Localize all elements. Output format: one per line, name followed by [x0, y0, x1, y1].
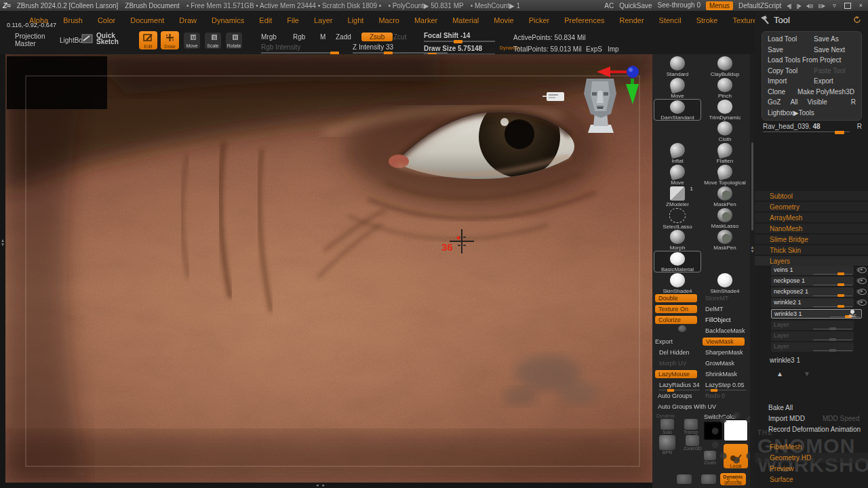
- brush-morph[interactable]: Morph: [654, 229, 701, 251]
- imp-button[interactable]: Imp: [608, 45, 619, 53]
- focal-shift-slider[interactable]: Focal Shift -14: [424, 32, 495, 39]
- close-button[interactable]: ×: [856, 2, 865, 9]
- save-as-button[interactable]: Save As: [814, 35, 839, 43]
- export-tool-button[interactable]: Export: [814, 77, 833, 85]
- import-mdd-button[interactable]: Import MDD: [768, 415, 805, 422]
- menu-marker[interactable]: Marker: [407, 16, 445, 24]
- material-basicmaterial-selected[interactable]: BasicMaterial: [654, 251, 701, 272]
- sharpen-mask-button[interactable]: SharpenMask: [705, 349, 743, 356]
- section-thick-skin[interactable]: Thick Skin: [755, 245, 868, 256]
- mrgb-button[interactable]: Mrgb: [261, 33, 277, 41]
- menu-macro[interactable]: Macro: [371, 16, 407, 24]
- brush-cloth[interactable]: Cloth: [701, 121, 749, 142]
- dynamic-perspective-button[interactable]: Dynamic: [720, 473, 746, 485]
- zsub-button[interactable]: Zsub: [361, 33, 393, 41]
- load-tools-from-project-button[interactable]: Load Tools From Project: [768, 56, 841, 64]
- menu-document[interactable]: Document: [123, 16, 172, 24]
- brush-move[interactable]: Move: [654, 77, 701, 99]
- bottom-tray-divider[interactable]: [0, 483, 755, 488]
- lazy-radius-slider[interactable]: LazyRadius 34: [659, 382, 700, 388]
- tool-name-slider[interactable]: Rav_head_039. 48 R: [763, 123, 862, 134]
- save-button[interactable]: Save: [768, 46, 814, 54]
- brush-claybuildup[interactable]: ClayBuildup: [701, 56, 749, 77]
- layer-row-empty-3[interactable]: Layer: [771, 342, 854, 352]
- section-geometry[interactable]: Geometry: [755, 202, 868, 212]
- ac-button[interactable]: AC: [604, 2, 614, 9]
- section-layers[interactable]: Layers: [755, 256, 868, 266]
- rgb-button[interactable]: Rgb: [293, 33, 305, 41]
- layer-row-wrinkle3-selected[interactable]: wrinkle3 1: [771, 309, 862, 319]
- section-nanomesh[interactable]: NanoMesh: [755, 224, 868, 234]
- history-back-icon[interactable]: ◂|||: [787, 3, 791, 9]
- uv-icon[interactable]: [678, 325, 686, 332]
- goz-r-button[interactable]: R: [851, 98, 856, 106]
- menu-brush[interactable]: Brush: [56, 16, 90, 24]
- history-forward-icon[interactable]: |||▸: [797, 3, 801, 9]
- zoom-button[interactable]: Zoom: [704, 451, 716, 465]
- mdd-speed-slider[interactable]: MDD Speed: [823, 415, 859, 422]
- auto-groups-uv-button[interactable]: Auto Groups With UV: [658, 403, 716, 410]
- zoom-doc-icon[interactable]: [677, 474, 692, 484]
- m-button[interactable]: M: [320, 33, 326, 41]
- del-mt-button[interactable]: DelMT: [705, 306, 724, 312]
- quick-sketch-button[interactable]: Quick Sketch: [81, 33, 122, 45]
- redo-button[interactable]: Redo 0: [705, 392, 725, 399]
- record-deformation-button[interactable]: Record Deformation Animation: [768, 426, 861, 433]
- texture-on-button[interactable]: Texture On: [655, 305, 697, 313]
- menu-stroke[interactable]: Stroke: [689, 16, 726, 24]
- tool-panel-header[interactable]: Tool: [755, 11, 868, 28]
- menu-movie[interactable]: Movie: [486, 16, 521, 24]
- draw-size-slider[interactable]: Draw Size 5.75148: [424, 45, 495, 52]
- layer-row-neckpose2[interactable]: neckpose2 1: [771, 287, 854, 297]
- layer-visibility-eye-icon[interactable]: [858, 267, 867, 273]
- menu-layer[interactable]: Layer: [307, 16, 340, 24]
- morph-uv-button[interactable]: Morph UV: [659, 360, 687, 367]
- brush-flatten[interactable]: Flatten: [701, 142, 749, 164]
- sculpt-viewport[interactable]: 36: [5, 54, 652, 483]
- brush-move-2[interactable]: Move: [654, 164, 701, 186]
- brush-maskpen-2[interactable]: MaskPen: [701, 229, 749, 251]
- rotate-button[interactable]: R Rotate: [226, 33, 242, 49]
- material-skinshade4[interactable]: SkinShade4: [654, 272, 701, 294]
- auto-groups-button[interactable]: Auto Groups: [658, 392, 692, 399]
- shrink-mask-button[interactable]: ShrinkMask: [705, 371, 737, 378]
- menu-draw[interactable]: Draw: [172, 16, 204, 24]
- layer-record-icon[interactable]: REC: [849, 310, 856, 317]
- menu-edit[interactable]: Edit: [252, 16, 279, 24]
- see-through-slider[interactable]: See-through 0: [658, 1, 701, 10]
- material-skinshade4-2[interactable]: SkinShade4: [701, 272, 749, 294]
- layer-visibility-eye-icon[interactable]: [858, 278, 867, 284]
- zadd-button[interactable]: Zadd: [336, 33, 351, 41]
- colorize-button[interactable]: Colorize: [655, 316, 697, 324]
- export-button[interactable]: Export: [655, 338, 673, 345]
- double-button[interactable]: Double: [655, 294, 697, 302]
- edit-button[interactable]: Edit: [139, 31, 157, 49]
- projection-master-button[interactable]: Projection Master: [15, 33, 57, 47]
- menu-light[interactable]: Light: [340, 16, 372, 24]
- layer-row-neckpose[interactable]: neckpose 1: [771, 277, 854, 286]
- menu-file[interactable]: File: [279, 16, 307, 24]
- goz-visible-button[interactable]: Visible: [808, 98, 827, 106]
- brush-selectlasso[interactable]: SelectLasso: [654, 207, 701, 229]
- section-surface[interactable]: Surface: [755, 474, 868, 485]
- menus-button[interactable]: Menus: [706, 1, 733, 10]
- layer-visibility-eye-icon[interactable]: [858, 289, 867, 295]
- solo-button[interactable]: Solo: [660, 419, 674, 434]
- transp-button[interactable]: Transp: [684, 419, 698, 434]
- move-button[interactable]: M Move: [184, 33, 200, 49]
- zcut-button[interactable]: Zcut: [393, 33, 406, 41]
- del-hidden-button[interactable]: Del Hidden: [659, 349, 690, 356]
- copy-tool-button[interactable]: Copy Tool: [768, 67, 814, 75]
- exps-button[interactable]: ExpS: [586, 45, 602, 53]
- draw-button[interactable]: Draw: [161, 31, 179, 49]
- section-fibermesh[interactable]: FiberMesh: [755, 442, 868, 452]
- zoom3d-button[interactable]: Zoom3D: [684, 435, 702, 451]
- section-slime-bridge[interactable]: Slime Bridge: [755, 235, 868, 245]
- menu-color[interactable]: Color: [90, 16, 123, 24]
- brush-trimdynamic[interactable]: TrimDynamic: [701, 99, 749, 121]
- brush-inflat[interactable]: Inflat: [654, 142, 701, 164]
- left-tray-divider[interactable]: ▲▼: [0, 54, 5, 483]
- default-zscript-button[interactable]: DefaultZScript: [738, 2, 781, 9]
- bpr-button[interactable]: BPR: [659, 435, 675, 455]
- lazy-mouse-button[interactable]: LazyMouse: [655, 370, 697, 378]
